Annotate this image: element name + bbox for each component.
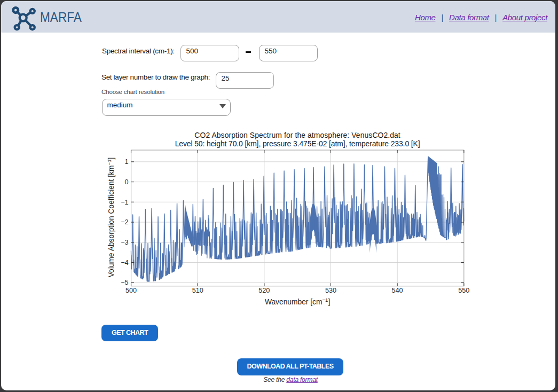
svg-text:540: 540 — [392, 287, 403, 294]
svg-text:−3: −3 — [121, 239, 128, 246]
svg-text:Wavenumber [cm−1]: Wavenumber [cm−1] — [265, 297, 330, 306]
svg-text:530: 530 — [325, 287, 336, 294]
svg-text:CO2 Absorption Spectrum for th: CO2 Absorption Spectrum for the atmosphe… — [194, 131, 400, 139]
svg-text:−1: −1 — [121, 199, 128, 206]
svg-text:550: 550 — [458, 287, 469, 294]
svg-text:−4: −4 — [121, 259, 128, 266]
svg-text:Level 50: height 70.0 [km], pr: Level 50: height 70.0 [km], pressure 3.4… — [175, 139, 420, 148]
svg-text:510: 510 — [192, 287, 203, 294]
svg-text:−2: −2 — [121, 218, 128, 226]
svg-text:0: 0 — [124, 178, 128, 186]
svg-text:1: 1 — [124, 158, 128, 166]
svg-text:520: 520 — [258, 287, 270, 294]
svg-text:−5: −5 — [121, 279, 128, 286]
svg-text:500: 500 — [125, 287, 137, 294]
svg-text:Volume Absorption Coefficient: Volume Absorption Coefficient [km−1] — [106, 158, 115, 278]
